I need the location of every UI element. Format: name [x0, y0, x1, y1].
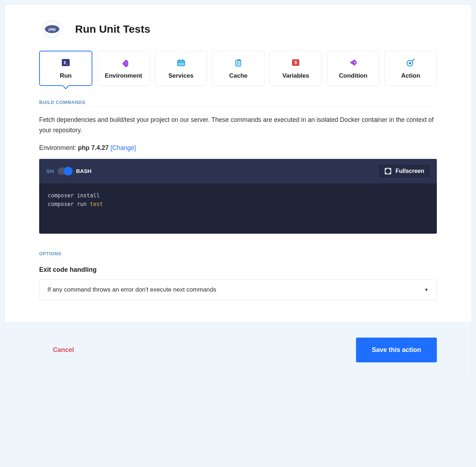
svg-text:$_: $_	[64, 61, 68, 65]
tab-services[interactable]: Services	[155, 51, 207, 86]
services-icon	[176, 58, 186, 67]
editor-content[interactable]: composer install composer run test	[39, 183, 437, 234]
build-description: Fetch dependencies and build/test your p…	[39, 115, 437, 136]
code-editor: SH BASH Fullscreen composer install comp…	[39, 159, 437, 234]
build-commands-section: BUILD COMMANDS Fetch dependencies and bu…	[5, 93, 471, 234]
svg-rect-4	[177, 61, 185, 66]
cancel-button[interactable]: Cancel	[39, 346, 74, 354]
tab-label: Services	[168, 72, 194, 79]
page-title: Run Unit Tests	[75, 23, 150, 35]
environment-icon	[119, 58, 128, 67]
tab-condition[interactable]: IF Condition	[327, 51, 379, 86]
svg-rect-3	[123, 60, 128, 67]
fullscreen-button[interactable]: Fullscreen	[378, 164, 431, 178]
select-value: If any command throws an error don't exe…	[47, 286, 216, 293]
save-button[interactable]: Save this action	[356, 338, 437, 362]
condition-icon: IF	[348, 58, 358, 67]
fullscreen-label: Fullscreen	[396, 168, 424, 174]
tab-cache[interactable]: Cache	[212, 51, 265, 86]
php-gear-icon: php	[39, 16, 65, 42]
tab-label: Environment	[105, 72, 142, 79]
run-icon: $_	[61, 58, 70, 67]
tab-run[interactable]: $_ Run	[39, 51, 92, 86]
env-label: Environment:	[39, 144, 78, 151]
shell-toggle[interactable]: SH BASH	[46, 168, 91, 175]
section-title: OPTIONS	[39, 251, 437, 258]
config-panel: php Run Unit Tests $_ Run Environment Se…	[4, 4, 472, 379]
tab-environment[interactable]: Environment	[97, 51, 150, 86]
fullscreen-icon	[385, 168, 391, 174]
env-value: php 7.4.27	[78, 144, 109, 151]
svg-rect-6	[182, 60, 184, 61]
tab-label: Cache	[229, 72, 248, 79]
change-link[interactable]: [Change]	[110, 144, 136, 151]
variables-icon: $	[291, 58, 300, 67]
svg-text:IF: IF	[354, 61, 356, 64]
svg-point-13	[409, 62, 411, 64]
bash-option: BASH	[76, 168, 92, 174]
exit-code-label: Exit code handling	[39, 266, 437, 274]
sh-option: SH	[46, 168, 54, 174]
tab-label: Run	[60, 72, 71, 79]
svg-text:$: $	[295, 60, 297, 65]
tab-label: Variables	[282, 72, 309, 79]
tabs: $_ Run Environment Services Cache $	[5, 51, 471, 93]
tab-variables[interactable]: $ Variables	[269, 51, 322, 86]
section-title: BUILD COMMANDS	[39, 100, 437, 107]
options-section: OPTIONS Exit code handling If any comman…	[5, 244, 471, 300]
tab-label: Condition	[339, 72, 368, 79]
php-badge-label: php	[45, 25, 59, 33]
svg-rect-7	[236, 60, 241, 66]
exit-code-select[interactable]: If any command throws an error don't exe…	[39, 279, 437, 300]
tab-action[interactable]: Action	[384, 51, 437, 86]
header: php Run Unit Tests	[5, 5, 471, 51]
code-keyword: test	[90, 201, 103, 207]
code-text: composer run	[48, 201, 90, 207]
environment-line: Environment: php 7.4.27 [Change]	[39, 144, 437, 152]
tab-label: Action	[401, 72, 420, 79]
code-text: composer install	[48, 192, 100, 199]
svg-rect-5	[179, 60, 180, 61]
cache-icon	[234, 58, 243, 67]
action-icon	[406, 58, 415, 67]
footer: Cancel Save this action	[5, 322, 471, 378]
toggle-switch[interactable]	[57, 168, 73, 175]
chevron-down-icon: ▼	[424, 287, 429, 292]
editor-toolbar: SH BASH Fullscreen	[39, 159, 437, 183]
